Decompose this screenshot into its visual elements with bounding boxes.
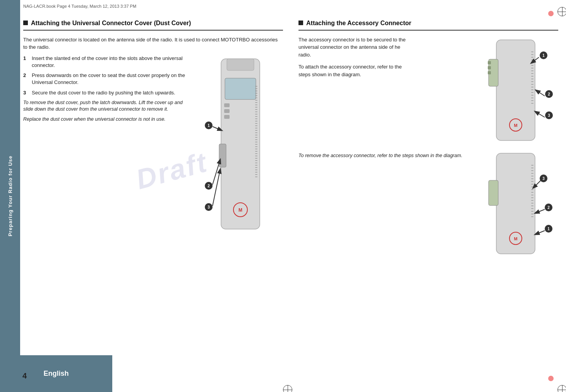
svg-rect-1 (227, 59, 254, 70)
svg-rect-96 (531, 168, 533, 168)
svg-line-49 (213, 127, 222, 130)
svg-rect-8 (255, 91, 257, 91)
svg-rect-38 (255, 160, 257, 161)
svg-rect-76 (531, 98, 533, 98)
svg-rect-62 (531, 60, 533, 60)
svg-rect-107 (531, 197, 533, 198)
svg-rect-64 (531, 65, 533, 66)
svg-rect-26 (255, 132, 257, 133)
svg-rect-73 (531, 89, 533, 90)
right-section-header: Attaching the Accessory Connector (298, 19, 558, 31)
svg-rect-36 (255, 156, 257, 156)
svg-rect-80 (488, 61, 491, 64)
english-label: English (43, 370, 69, 378)
left-column: Attaching the Universal Connector Cover … (23, 19, 283, 346)
moto-logo-br (548, 376, 554, 381)
radio-svg-right-bottom: M 3 2 1 (485, 149, 558, 258)
left-note2: Replace the dust cover when the universa… (23, 116, 192, 123)
svg-rect-9 (255, 93, 257, 94)
svg-rect-112 (531, 211, 533, 212)
svg-rect-110 (531, 205, 533, 206)
svg-text:3: 3 (548, 113, 550, 118)
svg-rect-18 (255, 114, 257, 115)
svg-rect-41 (255, 167, 257, 168)
svg-text:M: M (238, 207, 242, 213)
svg-rect-6 (255, 86, 257, 87)
svg-rect-2 (225, 78, 256, 99)
svg-rect-46 (219, 144, 226, 167)
svg-rect-24 (255, 128, 257, 128)
svg-rect-75 (531, 95, 533, 96)
svg-rect-34 (255, 151, 257, 152)
svg-rect-115 (489, 180, 498, 205)
svg-rect-43 (255, 172, 257, 173)
steps-area: 1 Insert the slanted end of the cover in… (23, 55, 283, 241)
svg-text:2: 2 (208, 184, 210, 188)
svg-rect-42 (255, 169, 257, 170)
svg-text:1: 1 (208, 123, 210, 128)
step-2-num: 2 (23, 72, 29, 86)
right-bottom-area: To remove the accessory connector, refer… (298, 149, 558, 259)
step-1-text: Insert the slanted end of the cover into… (32, 55, 192, 69)
page-number: 4 (22, 371, 27, 380)
svg-rect-105 (531, 192, 533, 193)
svg-rect-5 (224, 115, 230, 119)
svg-rect-101 (531, 181, 533, 182)
svg-rect-78 (531, 103, 533, 104)
left-section-header: Attaching the Universal Connector Cover … (23, 19, 283, 31)
svg-rect-25 (255, 130, 257, 131)
svg-rect-100 (531, 178, 533, 179)
svg-rect-37 (255, 158, 257, 159)
svg-rect-11 (255, 98, 257, 98)
svg-rect-7 (255, 88, 257, 89)
svg-rect-45 (255, 176, 257, 177)
main-content: Attaching the Universal Connector Cover … (23, 19, 558, 346)
right-bottom-diagram: M 3 2 1 (485, 149, 558, 259)
svg-rect-82 (488, 71, 491, 74)
svg-rect-15 (255, 107, 257, 108)
radio-diagram-left: M 1 (198, 55, 283, 241)
step-3: 3 Secure the dust cover to the radio by … (23, 89, 192, 96)
svg-rect-109 (531, 203, 533, 204)
svg-rect-108 (531, 200, 533, 201)
svg-rect-22 (255, 123, 257, 124)
step-1-num: 1 (23, 55, 29, 69)
right-content: The accessory connector is to be secured… (298, 36, 558, 146)
svg-rect-81 (488, 66, 491, 69)
svg-rect-60 (531, 54, 533, 55)
radio-svg-right-top: M 1 2 3 (485, 36, 558, 144)
left-intro: The universal connector is located on th… (23, 36, 283, 51)
svg-rect-66 (531, 70, 533, 71)
top-bar: NAG-LACR.book Page 4 Tuesday, March 12, … (23, 4, 136, 9)
svg-rect-12 (255, 100, 257, 101)
step-2: 2 Press downwards on the cover to seat t… (23, 72, 192, 86)
right-top-diagram: M 1 2 3 (485, 36, 558, 146)
svg-rect-68 (531, 76, 533, 77)
svg-line-50 (213, 159, 220, 185)
svg-text:3: 3 (542, 176, 545, 181)
file-info: NAG-LACR.book Page 4 Tuesday, March 12, … (23, 4, 136, 9)
svg-rect-40 (255, 165, 257, 166)
right-body2: To attach the accessory connector, refer… (298, 63, 407, 78)
step-3-num: 3 (23, 89, 29, 96)
right-italic-area: To remove the accessory connector, refer… (298, 149, 477, 259)
right-column: Attaching the Accessory Connector The ac… (298, 19, 558, 346)
svg-rect-59 (531, 51, 533, 52)
moto-logo-tr (548, 11, 554, 16)
svg-line-85 (535, 111, 545, 117)
svg-rect-10 (255, 95, 257, 96)
svg-rect-65 (531, 68, 533, 68)
svg-rect-16 (255, 109, 257, 110)
svg-text:1: 1 (547, 227, 550, 231)
svg-rect-77 (531, 100, 533, 101)
svg-rect-19 (255, 116, 257, 117)
left-section-title: Attaching the Universal Connector Cover … (31, 19, 191, 27)
svg-rect-95 (531, 165, 533, 166)
svg-rect-114 (531, 216, 533, 217)
svg-text:2: 2 (548, 92, 550, 96)
svg-rect-27 (255, 135, 257, 135)
svg-rect-3 (224, 103, 230, 107)
section-square-left (23, 21, 28, 25)
svg-rect-35 (255, 153, 257, 154)
svg-rect-97 (531, 170, 533, 171)
